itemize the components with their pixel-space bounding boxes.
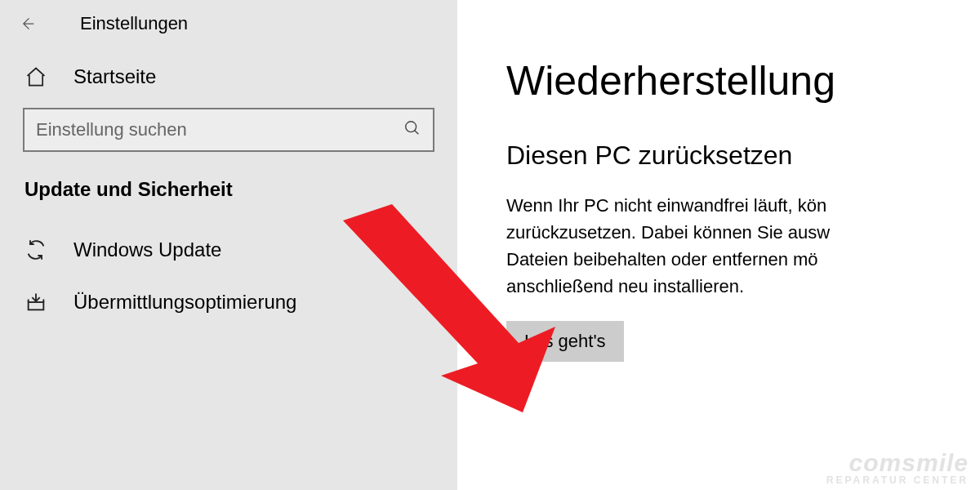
sidebar-item-home[interactable]: Startseite <box>0 51 457 103</box>
search-container <box>0 108 457 152</box>
delivery-optimization-icon <box>24 291 57 314</box>
home-icon <box>24 65 57 88</box>
search-input[interactable] <box>36 119 403 140</box>
titlebar: Einstellungen <box>0 8 457 51</box>
page-title: Wiederherstellung <box>506 57 980 105</box>
search-icon <box>403 119 421 140</box>
window-title: Einstellungen <box>80 13 188 34</box>
main-content: Wiederherstellung Diesen PC zurücksetzen… <box>457 0 980 490</box>
reset-description: Wenn Ihr PC nicht einwandfrei läuft, kön… <box>506 192 980 300</box>
back-arrow-icon[interactable] <box>16 13 38 34</box>
sidebar-item-label: Windows Update <box>74 238 221 261</box>
reset-pc-button[interactable]: Los geht's <box>506 321 624 362</box>
sidebar-item-delivery-optimization[interactable]: Übermittlungsoptimierung <box>0 276 457 328</box>
watermark-subtitle: REPARATUR CENTER <box>826 475 969 485</box>
sidebar-item-windows-update[interactable]: Windows Update <box>0 224 457 276</box>
svg-rect-1 <box>29 302 44 310</box>
watermark-brand: comsmile <box>826 451 969 475</box>
sync-icon <box>24 238 57 261</box>
sidebar-item-label: Übermittlungsoptimierung <box>74 291 296 314</box>
watermark: comsmile REPARATUR CENTER <box>826 451 969 485</box>
sidebar-section-header: Update und Sicherheit <box>0 170 457 224</box>
sidebar-home-label: Startseite <box>74 65 156 88</box>
svg-point-0 <box>406 122 416 132</box>
settings-sidebar: Einstellungen Startseite Update und Sich… <box>0 0 457 490</box>
search-box[interactable] <box>23 108 434 152</box>
subsection-title: Diesen PC zurücksetzen <box>506 140 980 171</box>
